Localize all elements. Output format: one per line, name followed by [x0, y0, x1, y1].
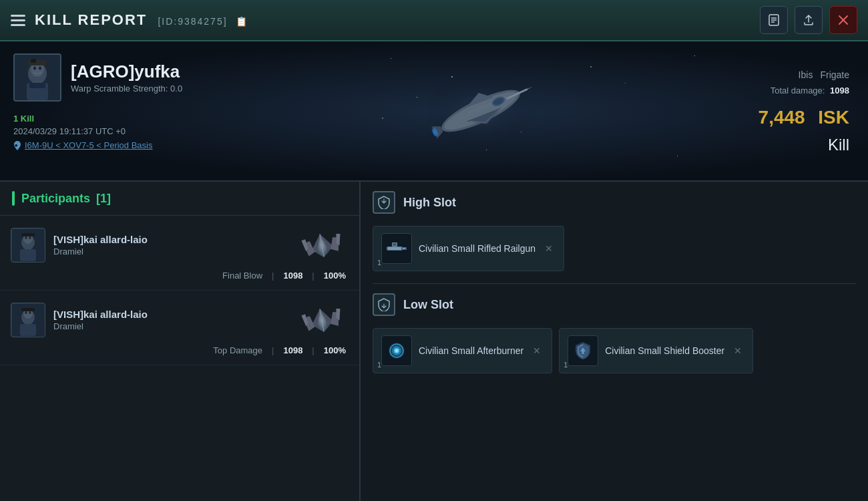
- svg-rect-56: [582, 351, 584, 354]
- hero-section: [AGRO]yufka Warp Scramble Strength: 0.0 …: [0, 41, 868, 182]
- participant-pct-2: 100%: [324, 345, 346, 355]
- svg-point-28: [25, 236, 27, 239]
- export-button[interactable]: [795, 6, 823, 34]
- remove-shield-button[interactable]: ✕: [731, 344, 744, 357]
- participants-title: Participants [1]: [21, 192, 111, 206]
- hero-date: 2024/03/29 19:11:37 UTC +0: [13, 126, 267, 136]
- item-name-railgun: Civilian Small Rifled Railgun: [419, 243, 535, 254]
- participants-label: Participants: [21, 192, 90, 205]
- header-actions: [760, 6, 857, 34]
- participant-bottom-2: Top Damage | 1098 | 100%: [11, 345, 349, 355]
- participant-name: [VISH]kai allard-laio: [53, 234, 148, 245]
- high-slot-items: 1: [361, 220, 868, 283]
- hero-identity: [AGRO]yufka Warp Scramble Strength: 0.0: [13, 53, 267, 102]
- participant-pct: 100%: [324, 271, 346, 281]
- participant-card: [VISH]kai allard-laio Dramiel: [0, 291, 359, 365]
- participant-damage-2: 1098: [283, 345, 302, 355]
- menu-icon[interactable]: [11, 15, 25, 26]
- participants-count: [1]: [96, 192, 111, 205]
- svg-rect-12: [31, 59, 36, 63]
- participant-ship: Dramiel: [53, 246, 148, 257]
- header: KILL REPORT [ID:9384275] 📋: [0, 0, 868, 41]
- separator3: |: [272, 345, 274, 355]
- low-slot-items: 1: [361, 323, 868, 385]
- shield-qty: 1: [564, 361, 568, 369]
- separator4: |: [312, 345, 314, 355]
- svg-point-53: [395, 349, 398, 352]
- high-slot-header: High Slot: [361, 182, 868, 220]
- hero-ship: [280, 41, 681, 180]
- participant-ship: Dramiel: [53, 321, 148, 331]
- ship-class-label: Frigate: [820, 69, 849, 80]
- participant-top-damage-label: Top Damage: [213, 345, 262, 355]
- fittings-panel: High Slot 1: [361, 182, 868, 501]
- svg-point-37: [29, 311, 31, 314]
- report-id: [ID:9384275]: [158, 16, 227, 27]
- high-slot-section: High Slot 1: [361, 182, 868, 283]
- list-item: 1: [373, 328, 552, 373]
- svg-rect-46: [393, 243, 397, 246]
- location-text: I6M-9U < XOV7-5 < Period Basis: [25, 140, 152, 150]
- participants-panel: Participants [1]: [0, 182, 361, 501]
- svg-rect-43: [388, 247, 401, 250]
- afterburner-qty: 1: [377, 361, 381, 369]
- total-damage-text: Total damage:: [771, 86, 825, 96]
- svg-rect-39: [20, 324, 36, 336]
- participant-info: [VISH]kai allard-laio Dramiel: [53, 309, 148, 331]
- close-button[interactable]: [829, 6, 857, 34]
- total-damage-label: Total damage: 1098: [771, 86, 849, 96]
- hero-right: Ibis Frigate Total damage: 1098 7,448 IS…: [681, 41, 868, 180]
- isk-value: 7,448 ISK: [758, 98, 849, 130]
- list-item: 1 Civil: [559, 328, 753, 373]
- high-slot-title: High Slot: [403, 196, 456, 210]
- svg-rect-38: [21, 308, 35, 311]
- low-slot-icon: [373, 293, 395, 316]
- low-slot-section: Low Slot 1: [361, 284, 868, 385]
- outcome-label: Kill: [828, 136, 849, 154]
- svg-rect-31: [20, 249, 36, 261]
- item-name-shield-booster: Civilian Small Shield Booster: [605, 345, 724, 356]
- hero-warp-scramble: Warp Scramble Strength: 0.0: [71, 84, 182, 94]
- participant-ship-icon: [295, 225, 349, 265]
- ship-class: Ibis Frigate: [795, 67, 849, 81]
- item-icon-shield-booster: [568, 335, 598, 366]
- participant-avatar: [11, 303, 45, 337]
- participant-top: [VISH]kai allard-laio Dramiel: [11, 225, 349, 265]
- svg-rect-47: [403, 248, 405, 249]
- remove-railgun-button[interactable]: ✕: [542, 242, 556, 255]
- hero-kills: 1 Kill: [13, 114, 267, 124]
- list-item: 1: [373, 226, 564, 271]
- item-qty: 1: [377, 259, 381, 267]
- participants-accent: [12, 191, 15, 206]
- participants-header: Participants [1]: [0, 182, 359, 216]
- participant-name: [VISH]kai allard-laio: [53, 309, 148, 320]
- hero-player-name: [AGRO]yufka: [71, 61, 182, 82]
- participant-ship-icon-2: [295, 300, 349, 340]
- item-icon-railgun: [381, 233, 412, 264]
- hero-location[interactable]: I6M-9U < XOV7-5 < Period Basis: [13, 140, 267, 150]
- separator2: |: [312, 271, 314, 281]
- remove-afterburner-button[interactable]: ✕: [530, 344, 544, 357]
- svg-rect-14: [29, 83, 45, 88]
- low-slot-title: Low Slot: [403, 298, 453, 312]
- high-slot-icon: [373, 191, 395, 214]
- svg-point-36: [25, 311, 27, 314]
- ship-name: Ibis: [799, 69, 813, 80]
- participant-final-blow-label: Final Blow: [222, 271, 262, 281]
- isk-amount: 7,448: [758, 107, 805, 128]
- svg-point-29: [29, 236, 31, 239]
- participant-top: [VISH]kai allard-laio Dramiel: [11, 300, 349, 340]
- participant-bottom: Final Blow | 1098 | 100%: [11, 271, 349, 281]
- separator: |: [272, 271, 274, 281]
- notes-button[interactable]: [760, 6, 788, 34]
- participant-avatar: [11, 228, 45, 263]
- svg-point-10: [39, 67, 41, 70]
- hero-left: [AGRO]yufka Warp Scramble Strength: 0.0 …: [0, 41, 280, 180]
- svg-point-9: [33, 67, 36, 70]
- svg-rect-30: [21, 233, 35, 236]
- item-icon-afterburner: [381, 335, 412, 366]
- item-name-afterburner: Civilian Small Afterburner: [419, 345, 523, 356]
- participant-info: [VISH]kai allard-laio Dramiel: [53, 234, 148, 257]
- copy-inline-icon[interactable]: 📋: [236, 16, 248, 27]
- participant-damage: 1098: [283, 271, 302, 281]
